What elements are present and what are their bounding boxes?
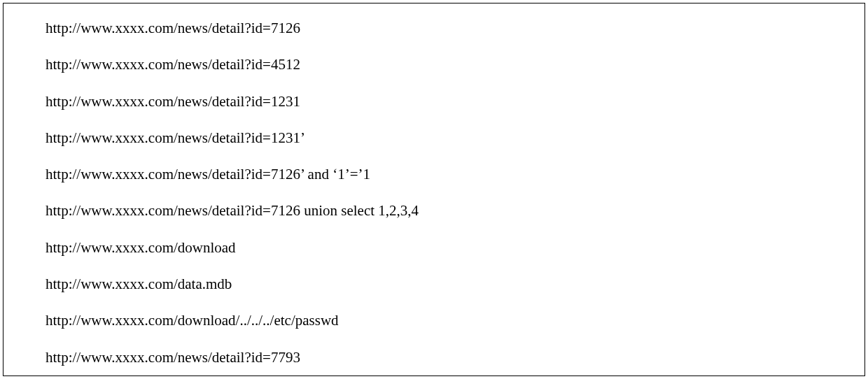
url-line: http://www.xxxx.com/news/detail?id=7126 — [46, 19, 822, 38]
url-line: http://www.xxxx.com/news/detail?id=1231 — [46, 92, 822, 111]
url-list-container: http://www.xxxx.com/news/detail?id=7126 … — [3, 3, 865, 376]
url-line: http://www.xxxx.com/data.mdb — [46, 275, 822, 294]
url-line: http://www.xxxx.com/download — [46, 238, 822, 257]
url-line: http://www.xxxx.com/news/detail?id=1231’ — [46, 129, 822, 148]
url-line: http://www.xxxx.com/news/detail?id=7126’… — [46, 165, 822, 184]
url-line: http://www.xxxx.com/download/../../../et… — [46, 311, 822, 330]
url-line: http://www.xxxx.com/news/detail?id=4512 — [46, 55, 822, 74]
url-line: http://www.xxxx.com/news/detail?id=7126 … — [46, 201, 822, 220]
url-line: http://www.xxxx.com/news/detail?id=7793 — [46, 348, 822, 367]
